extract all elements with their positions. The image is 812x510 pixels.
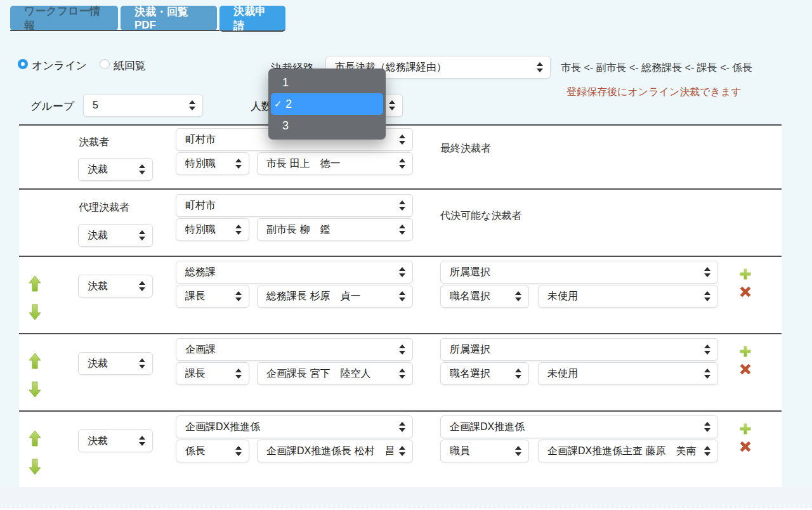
approver-row: 決裁 企画課 課長 企画課長 宮下 陸空人 所属選択 職名選択 未使用 bbox=[19, 333, 782, 410]
select-arrows-icon bbox=[704, 291, 710, 301]
rank-select[interactable]: 課長 bbox=[176, 285, 249, 308]
approver-row-final: 決裁者 町村市 決裁 特別職 市長 田上 徳一 最終決裁者 bbox=[19, 124, 782, 188]
arrow-down-icon bbox=[29, 381, 41, 398]
group-select-value: 5 bbox=[93, 100, 98, 111]
tab-label: ワークフロー情報 bbox=[24, 4, 104, 33]
approver-row-proxy: 代理決裁者 町村市 決裁 特別職 副市長 柳 鑑 代決可能な決裁者 bbox=[19, 188, 782, 256]
org-select-value: 町村市 bbox=[185, 133, 216, 147]
person2-select-value: 未使用 bbox=[547, 290, 578, 303]
action-select-value: 決裁 bbox=[88, 357, 108, 370]
bottom-strip bbox=[0, 507, 812, 510]
add-row-button[interactable] bbox=[738, 421, 752, 437]
person-select-value: 総務課長 杉原 貞一 bbox=[266, 290, 360, 303]
move-down-button[interactable] bbox=[28, 381, 42, 398]
action-select-value: 決裁 bbox=[88, 163, 108, 176]
person2-select[interactable]: 未使用 bbox=[538, 285, 718, 308]
rank2-select[interactable]: 職名選択 bbox=[440, 285, 529, 308]
tab-approval-pdf[interactable]: 決裁・回覧PDF bbox=[121, 6, 217, 30]
person-select[interactable]: 市長 田上 徳一 bbox=[257, 152, 413, 175]
row-label: 代理決裁者 bbox=[79, 201, 129, 214]
move-up-button[interactable] bbox=[28, 353, 42, 369]
dropdown-option-2-selected[interactable]: ✓ 2 bbox=[271, 93, 383, 115]
select-arrows-icon bbox=[399, 200, 405, 211]
person-select[interactable]: 企画課DX推進係長 松村 昌 bbox=[257, 440, 413, 462]
arrow-up-icon bbox=[29, 353, 41, 369]
select-arrows-icon bbox=[139, 436, 145, 446]
option-text: 1 bbox=[282, 76, 289, 89]
rank-select-value: 特別職 bbox=[185, 223, 216, 237]
plus-icon bbox=[738, 267, 752, 281]
rank-select[interactable]: 課長 bbox=[176, 362, 249, 385]
tab-workflow-info[interactable]: ワークフロー情報 bbox=[10, 6, 118, 30]
delete-row-button[interactable] bbox=[738, 284, 752, 300]
action-select[interactable]: 決裁 bbox=[78, 224, 153, 247]
person2-select[interactable]: 企画課DX推進係主査 藤原 美南 bbox=[538, 440, 718, 462]
move-down-button[interactable] bbox=[28, 304, 42, 320]
option-text: 3 bbox=[282, 119, 289, 133]
plus-icon bbox=[738, 344, 752, 358]
rank-select-value: 課長 bbox=[185, 290, 206, 303]
rank-select[interactable]: 係長 bbox=[176, 440, 249, 462]
org2-select[interactable]: 所属選択 bbox=[440, 261, 718, 284]
dropdown-option-3[interactable]: 3 bbox=[268, 115, 386, 136]
org2-select-value: 所属選択 bbox=[450, 343, 490, 356]
select-arrows-icon bbox=[139, 281, 145, 291]
move-down-button[interactable] bbox=[28, 459, 42, 475]
org-select[interactable]: 企画課 bbox=[176, 338, 413, 361]
select-arrows-icon bbox=[399, 344, 405, 355]
select-arrows-icon bbox=[235, 225, 242, 235]
select-arrows-icon bbox=[399, 422, 405, 432]
select-arrows-icon bbox=[704, 344, 710, 355]
rank2-select[interactable]: 職員 bbox=[440, 440, 529, 462]
action-select[interactable]: 決裁 bbox=[78, 429, 153, 452]
x-icon bbox=[738, 285, 752, 299]
move-up-button[interactable] bbox=[28, 275, 42, 292]
tab-label: 決裁・回覧PDF bbox=[134, 4, 203, 32]
add-row-button[interactable] bbox=[738, 343, 752, 360]
select-arrows-icon bbox=[235, 446, 242, 456]
rank-select[interactable]: 特別職 bbox=[176, 218, 249, 241]
org-select[interactable]: 総務課 bbox=[176, 261, 413, 284]
person-select-value: 副市長 柳 鑑 bbox=[266, 223, 330, 237]
group-select[interactable]: 5 bbox=[83, 94, 203, 117]
delete-row-button[interactable] bbox=[738, 361, 752, 377]
action-select[interactable]: 決裁 bbox=[78, 158, 153, 181]
arrow-up-icon bbox=[29, 430, 41, 447]
person2-select[interactable]: 未使用 bbox=[538, 362, 718, 385]
rank2-select-value: 職名選択 bbox=[450, 290, 490, 303]
radio-online[interactable] bbox=[18, 59, 28, 69]
rank-select-value: 特別職 bbox=[185, 157, 216, 171]
person-select[interactable]: 副市長 柳 鑑 bbox=[257, 218, 413, 241]
select-arrows-icon bbox=[704, 369, 710, 379]
approval-route-table: 決裁者 町村市 決裁 特別職 市長 田上 徳一 最終決裁者 代理決裁者 町村市 … bbox=[19, 124, 782, 487]
arrow-down-icon bbox=[29, 459, 41, 475]
tab-underline bbox=[10, 30, 219, 31]
move-up-button[interactable] bbox=[28, 430, 42, 447]
select-arrows-icon bbox=[399, 134, 405, 145]
select-arrows-icon bbox=[139, 164, 145, 174]
rank-select[interactable]: 特別職 bbox=[176, 152, 249, 175]
delete-row-button[interactable] bbox=[738, 438, 752, 455]
rank-select-value: 係長 bbox=[185, 445, 206, 458]
radio-paper[interactable] bbox=[100, 59, 110, 69]
row-note: 代決可能な決裁者 bbox=[440, 209, 521, 223]
select-arrows-icon bbox=[515, 291, 521, 301]
person-select[interactable]: 企画課長 宮下 陸空人 bbox=[257, 362, 413, 385]
org-select-value: 企画課 bbox=[185, 343, 216, 356]
action-select[interactable]: 決裁 bbox=[78, 352, 153, 375]
org-select[interactable]: 町村市 bbox=[176, 194, 413, 217]
select-arrows-icon bbox=[399, 291, 405, 301]
checkmark-icon: ✓ bbox=[274, 98, 283, 110]
approver-row: 決裁 総務課 課長 総務課長 杉原 貞一 所属選択 職名選択 未使用 bbox=[19, 256, 782, 333]
add-row-button[interactable] bbox=[738, 266, 752, 282]
org-select[interactable]: 企画課DX推進係 bbox=[176, 415, 413, 438]
org2-select[interactable]: 企画課DX推進係 bbox=[440, 415, 718, 438]
row-label: 決裁者 bbox=[79, 136, 109, 149]
dropdown-option-1[interactable]: 1 bbox=[268, 72, 386, 93]
rank2-select[interactable]: 職名選択 bbox=[440, 362, 529, 385]
approver-row: 決裁 企画課DX推進係 係長 企画課DX推進係長 松村 昌 企画課DX推進係 職… bbox=[19, 410, 782, 487]
tab-approval-apply[interactable]: 決裁申請 bbox=[219, 6, 285, 32]
action-select[interactable]: 決裁 bbox=[78, 275, 153, 298]
person-select[interactable]: 総務課長 杉原 貞一 bbox=[257, 285, 413, 308]
org2-select[interactable]: 所属選択 bbox=[440, 338, 718, 361]
